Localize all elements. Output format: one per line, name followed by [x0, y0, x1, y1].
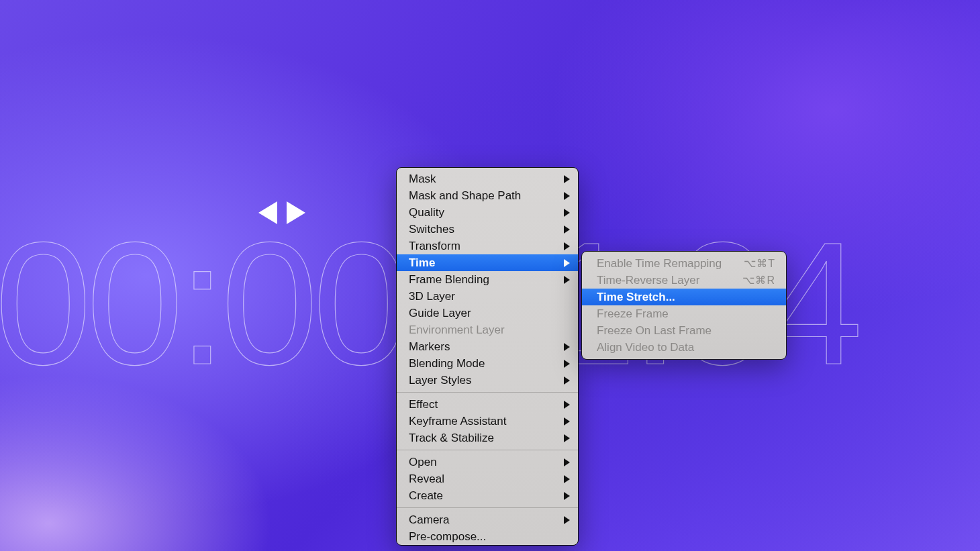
menu-item-label: Quality	[409, 206, 444, 219]
menu-item-mask-and-shape-path[interactable]: Mask and Shape Path	[397, 187, 578, 204]
menu-item-switches[interactable]: Switches	[397, 221, 578, 238]
menu-item-effect[interactable]: Effect	[397, 396, 578, 413]
time-submenu[interactable]: Enable Time Remapping⌥⌘TTime-Reverse Lay…	[581, 251, 787, 360]
menu-item-label: Frame Blending	[409, 273, 489, 286]
menu-item-quality[interactable]: Quality	[397, 204, 578, 221]
menu-item-label: Switches	[409, 223, 454, 236]
submenu-item-label: Freeze Frame	[597, 305, 669, 322]
triangle-right-icon	[287, 201, 305, 224]
submenu-item-label: Freeze On Last Frame	[597, 322, 712, 339]
submenu-arrow-icon	[564, 434, 570, 442]
playback-arrows	[258, 201, 305, 224]
submenu-item-label: Time Stretch...	[597, 289, 675, 305]
submenu-item-freeze-on-last-frame: Freeze On Last Frame	[582, 322, 786, 339]
submenu-arrow-icon	[564, 417, 570, 425]
menu-item-label: 3D Layer	[409, 290, 455, 303]
menu-item-3d-layer[interactable]: 3D Layer	[397, 288, 578, 305]
submenu-arrow-icon	[564, 209, 570, 217]
submenu-item-enable-time-remapping: Enable Time Remapping⌥⌘T	[582, 255, 786, 272]
menu-separator	[397, 450, 578, 450]
menu-item-blending-mode[interactable]: Blending Mode	[397, 355, 578, 372]
menu-item-track-stabilize[interactable]: Track & Stabilize	[397, 430, 578, 446]
menu-item-frame-blending[interactable]: Frame Blending	[397, 271, 578, 288]
menu-item-mask[interactable]: Mask	[397, 170, 578, 187]
menu-item-label: Mask and Shape Path	[409, 189, 521, 202]
submenu-arrow-icon	[564, 175, 570, 183]
menu-item-label: Effect	[409, 398, 438, 411]
menu-separator	[397, 392, 578, 393]
submenu-arrow-icon	[564, 360, 570, 368]
menu-item-open[interactable]: Open	[397, 454, 578, 470]
menu-item-label: Markers	[409, 340, 450, 353]
menu-item-camera[interactable]: Camera	[397, 511, 578, 528]
submenu-arrow-icon	[564, 458, 570, 466]
submenu-arrow-icon	[564, 192, 570, 200]
menu-item-label: Camera	[409, 513, 449, 526]
submenu-item-label: Enable Time Remapping	[597, 255, 722, 272]
menu-item-markers[interactable]: Markers	[397, 338, 578, 355]
menu-item-label: Environment Layer	[409, 323, 505, 336]
menu-item-label: Open	[409, 456, 437, 468]
keyboard-shortcut: ⌥⌘R	[742, 272, 775, 289]
submenu-arrow-icon	[564, 492, 570, 500]
triangle-left-icon	[258, 201, 277, 224]
menu-item-keyframe-assistant[interactable]: Keyframe Assistant	[397, 413, 578, 430]
menu-item-label: Blending Mode	[409, 357, 485, 370]
menu-item-pre-compose[interactable]: Pre-compose...	[397, 528, 578, 545]
submenu-arrow-icon	[564, 475, 570, 483]
menu-item-transform[interactable]: Transform	[397, 238, 578, 254]
menu-item-reveal[interactable]: Reveal	[397, 470, 578, 487]
menu-item-label: Guide Layer	[409, 307, 471, 319]
layer-context-menu[interactable]: MaskMask and Shape PathQualitySwitchesTr…	[396, 167, 579, 546]
menu-item-label: Pre-compose...	[409, 530, 486, 543]
submenu-arrow-icon	[564, 242, 570, 250]
keyboard-shortcut: ⌥⌘T	[744, 255, 775, 272]
submenu-arrow-icon	[564, 226, 570, 234]
menu-item-guide-layer[interactable]: Guide Layer	[397, 305, 578, 321]
submenu-arrow-icon	[564, 276, 570, 284]
menu-item-label: Layer Styles	[409, 374, 472, 387]
submenu-item-label: Time-Reverse Layer	[597, 272, 699, 289]
submenu-arrow-icon	[564, 259, 570, 267]
submenu-item-align-video-to-data: Align Video to Data	[582, 339, 786, 356]
submenu-item-freeze-frame: Freeze Frame	[582, 305, 786, 322]
submenu-item-time-reverse-layer: Time-Reverse Layer⌥⌘R	[582, 272, 786, 289]
menu-item-create[interactable]: Create	[397, 487, 578, 504]
menu-item-label: Transform	[409, 240, 460, 252]
menu-item-time[interactable]: Time	[397, 254, 578, 271]
menu-item-environment-layer: Environment Layer	[397, 321, 578, 338]
menu-item-label: Reveal	[409, 472, 444, 485]
submenu-arrow-icon	[564, 377, 570, 385]
submenu-arrow-icon	[564, 516, 570, 524]
submenu-item-label: Align Video to Data	[597, 339, 694, 356]
menu-item-layer-styles[interactable]: Layer Styles	[397, 372, 578, 389]
menu-item-label: Keyframe Assistant	[409, 415, 507, 428]
menu-separator	[397, 507, 578, 508]
menu-item-label: Track & Stabilize	[409, 432, 494, 444]
menu-item-label: Mask	[409, 172, 436, 185]
menu-item-label: Create	[409, 489, 443, 502]
submenu-item-time-stretch[interactable]: Time Stretch...	[582, 289, 786, 305]
menu-item-label: Time	[409, 256, 435, 269]
submenu-arrow-icon	[564, 343, 570, 351]
submenu-arrow-icon	[564, 401, 570, 409]
